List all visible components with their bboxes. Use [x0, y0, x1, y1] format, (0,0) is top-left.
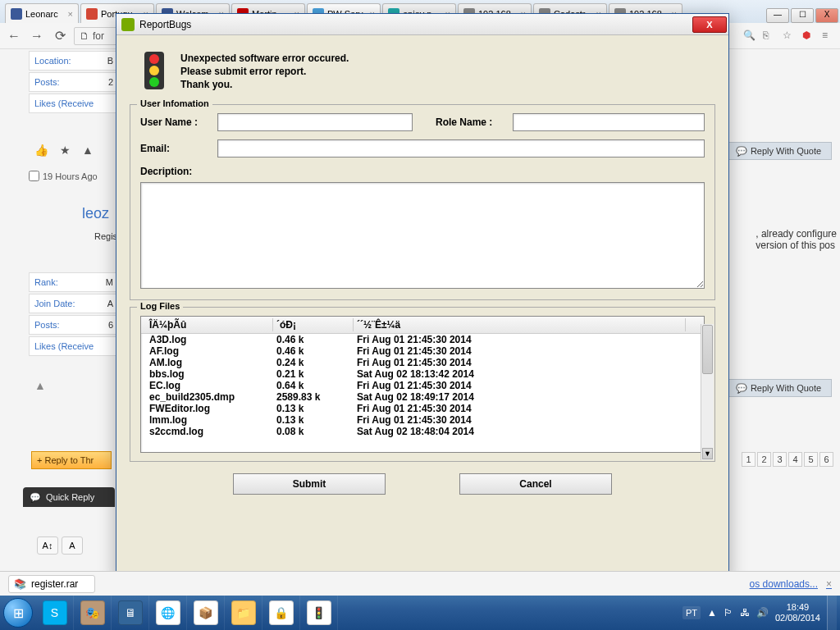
page-action-icon[interactable]: ⎘	[763, 30, 776, 43]
log-table-body[interactable]: A3D.log0.46 kFri Aug 01 21:45:30 2014AF.…	[141, 334, 704, 452]
forward-button[interactable]: →	[28, 27, 46, 45]
reply-with-quote-button-1[interactable]: 💬Reply With Quote	[725, 142, 832, 160]
page-number[interactable]: 6	[819, 452, 833, 467]
adblock-icon[interactable]: ⬢	[802, 30, 815, 43]
quick-reply-header[interactable]: 💬Quick Reply	[23, 487, 115, 507]
log-row[interactable]: s2ccmd.log0.08 kSat Aug 02 18:48:04 2014	[141, 426, 704, 437]
back-button[interactable]: ←	[5, 27, 23, 45]
page-number[interactable]: 5	[804, 452, 818, 467]
taskbar-chrome[interactable]: 🌐	[149, 596, 187, 630]
scrollbar-thumb[interactable]	[702, 325, 713, 374]
scrollbar-down-arrow[interactable]: ▼	[702, 448, 713, 459]
post-action-icon[interactable]: 👍	[34, 144, 48, 157]
log-filename: AF.log	[146, 345, 273, 357]
editor-buttons: A↕A	[37, 536, 83, 555]
log-row[interactable]: AM.log0.24 kFri Aug 01 21:45:30 2014	[141, 357, 704, 368]
log-row[interactable]: bbs.log0.21 kSat Aug 02 18:13:42 2014	[141, 368, 704, 380]
taskbar-skype[interactable]: S	[36, 596, 74, 630]
role-name-input[interactable]	[513, 113, 705, 131]
traffic-light-icon	[144, 52, 164, 89]
log-row[interactable]: EC.log0.64 kFri Aug 01 21:45:30 2014	[141, 380, 704, 391]
page-number[interactable]: 1	[742, 452, 756, 467]
warn-icon[interactable]: ▲	[34, 379, 46, 392]
log-size: 0.21 k	[273, 368, 354, 380]
editor-button[interactable]: A↕	[37, 536, 58, 555]
log-date: Fri Aug 01 21:45:30 2014	[354, 403, 686, 414]
log-size: 0.24 k	[273, 357, 354, 368]
reply-with-quote-button-2[interactable]: 💬Reply With Quote	[725, 379, 832, 397]
info-row: Likes (Receive	[29, 94, 119, 113]
tray-flag-icon[interactable]: 🏳	[724, 607, 733, 619]
log-row[interactable]: A3D.log0.46 kFri Aug 01 21:45:30 2014	[141, 334, 704, 345]
tab-close-icon[interactable]: ×	[65, 9, 73, 19]
description-textarea[interactable]	[140, 182, 705, 289]
browser-tab[interactable]: Leonarc×	[5, 3, 79, 23]
taskbar-virtualbox[interactable]: 📦	[187, 596, 225, 630]
cancel-button[interactable]: Cancel	[459, 473, 612, 495]
post-action-icon[interactable]: ★	[60, 144, 71, 157]
download-bar: 📚 register.rar os downloads... ×	[0, 571, 840, 596]
favicon	[11, 8, 22, 20]
log-row[interactable]: FWEditor.log0.13 kFri Aug 01 21:45:30 20…	[141, 403, 704, 414]
star-icon[interactable]: ☆	[783, 30, 796, 43]
page-number[interactable]: 3	[773, 452, 787, 467]
reload-button[interactable]: ⟳	[51, 27, 69, 45]
start-button[interactable]: ⊞	[0, 596, 36, 630]
system-tray[interactable]: PT ▲ 🏳 🖧 🔊 18:4902/08/2014	[682, 596, 840, 630]
window-controls: — ☐ X	[766, 7, 840, 23]
show-all-downloads[interactable]: os downloads...	[750, 578, 818, 590]
search-icon[interactable]: 🔍	[743, 30, 756, 43]
favicon	[86, 8, 98, 20]
page-number[interactable]: 2	[757, 452, 771, 467]
email-label: Email:	[140, 143, 211, 154]
log-filename: AM.log	[146, 357, 273, 368]
log-size: 0.46 k	[273, 345, 354, 357]
post-action-icon[interactable]: ▲	[82, 144, 94, 157]
dialog-title: ReportBugs	[139, 19, 191, 30]
download-item[interactable]: 📚 register.rar	[8, 575, 95, 593]
page-number[interactable]: 4	[788, 452, 802, 467]
minimize-button[interactable]: —	[766, 8, 789, 23]
taskbar-app-3[interactable]: 🔒	[262, 596, 300, 630]
log-header-size[interactable]: ´óÐ¡	[273, 318, 354, 331]
log-filename: s2ccmd.log	[146, 426, 273, 437]
tray-chevron-icon[interactable]: ▲	[707, 607, 717, 619]
taskbar-reportbugs[interactable]: 🚦	[300, 596, 338, 630]
taskbar-app-1[interactable]: 🎭	[74, 596, 112, 630]
submit-button[interactable]: Submit	[233, 473, 386, 495]
log-scrollbar[interactable]: ▼	[701, 324, 714, 460]
log-date: Fri Aug 01 21:45:30 2014	[354, 414, 686, 426]
email-input[interactable]	[217, 139, 705, 158]
dialog-titlebar[interactable]: ReportBugs X	[116, 14, 728, 35]
close-window-button[interactable]: X	[815, 8, 838, 23]
clock[interactable]: 18:4902/08/2014	[775, 602, 820, 623]
log-size: 0.08 k	[273, 426, 354, 437]
log-header-date[interactable]: ´´½¨Ê±¼ä	[354, 318, 686, 331]
log-row[interactable]: ec_build2305.dmp2589.83 kSat Aug 02 18:4…	[141, 391, 704, 403]
dialog-close-button[interactable]: X	[692, 16, 727, 33]
post-text-fragment: , already configure version of this pos	[756, 228, 837, 251]
taskbar-apps: S 🎭 🖥 🌐 📦 📁 🔒 🚦	[36, 596, 338, 630]
menu-icon[interactable]: ≡	[822, 30, 835, 43]
archive-icon: 📚	[14, 578, 26, 590]
user-name-input[interactable]	[217, 113, 413, 131]
log-header-name[interactable]: ÎÄ¼þÃû	[146, 318, 273, 331]
post-time-label: 19 Hours Ago	[43, 171, 98, 181]
log-row[interactable]: lmm.log0.13 kFri Aug 01 21:45:30 2014	[141, 414, 704, 426]
post-select-checkbox[interactable]	[29, 171, 39, 181]
taskbar-explorer[interactable]: 📁	[225, 596, 262, 630]
reply-to-thread-button[interactable]: + Reply to Thr	[31, 451, 112, 469]
close-download-bar[interactable]: ×	[826, 578, 832, 590]
username-link[interactable]: leoz	[82, 205, 109, 222]
maximize-button[interactable]: ☐	[791, 8, 814, 23]
editor-button[interactable]: A	[62, 536, 83, 555]
tray-volume-icon[interactable]: 🔊	[756, 607, 769, 619]
info-row: Rank:M	[29, 272, 119, 292]
taskbar-app-2[interactable]: 🖥	[112, 596, 149, 630]
show-desktop[interactable]	[827, 596, 837, 630]
tray-network-icon[interactable]: 🖧	[740, 607, 750, 619]
log-table-header[interactable]: ÎÄ¼þÃû ´óÐ¡ ´´½¨Ê±¼ä	[141, 317, 704, 334]
log-date: Sat Aug 02 18:13:42 2014	[354, 368, 686, 380]
log-row[interactable]: AF.log0.46 kFri Aug 01 21:45:30 2014	[141, 345, 704, 357]
language-indicator[interactable]: PT	[682, 606, 701, 619]
